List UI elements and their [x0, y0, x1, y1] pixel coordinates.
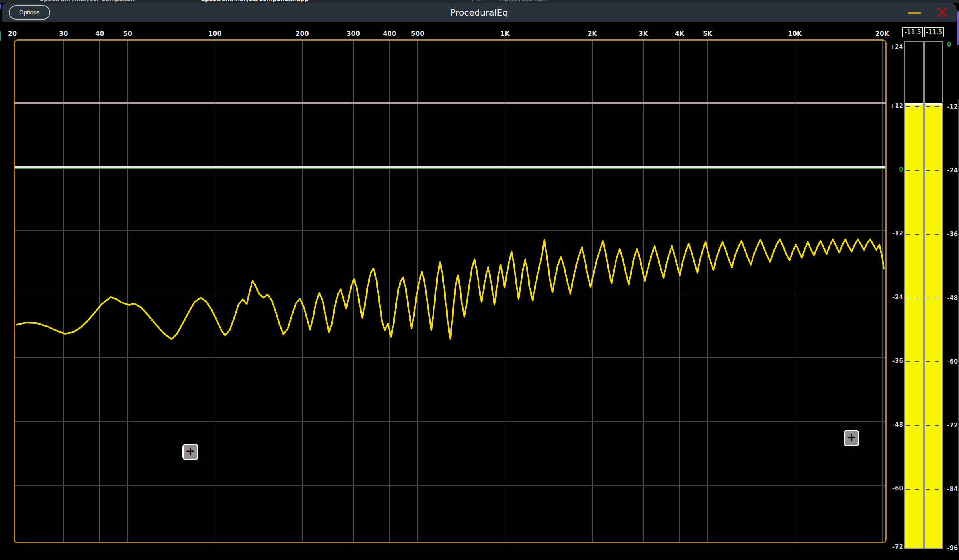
freq-tick-200: 200	[296, 29, 309, 39]
meter-scale--24: -24	[947, 167, 958, 174]
freq-tick-20K: 20K	[875, 29, 889, 39]
meter-tick--36	[926, 234, 942, 235]
options-button[interactable]: Options	[9, 5, 50, 20]
gridline-freq-400	[389, 41, 390, 542]
freq-tick-40: 40	[95, 29, 104, 39]
meter-level-fill	[905, 105, 923, 548]
meter-tick--12	[906, 106, 922, 107]
meter-tick--48	[906, 298, 922, 298]
gridline-db--36	[15, 357, 885, 358]
background-edge-sliver	[0, 4, 1, 9]
add-band-button-2[interactable]: +	[844, 430, 859, 446]
db-scale-plot: +24+120-12-24-36-48-60-72	[888, 3, 903, 560]
meter-scale--96: -96	[947, 544, 958, 552]
meter-readout-right: -11.5	[924, 27, 944, 37]
plot-scale--48: -48	[892, 421, 903, 428]
gridline-freq-1K	[505, 41, 505, 542]
window-title: ProceduralEq	[450, 8, 508, 18]
freq-tick-20: 20	[8, 29, 17, 39]
spectrum-plot-area[interactable]	[14, 39, 887, 543]
background-edge-sliver	[0, 31, 1, 41]
freq-tick-300: 300	[346, 29, 360, 39]
gridline-freq-10K	[795, 41, 795, 542]
meter-tick--72	[906, 425, 922, 426]
close-icon[interactable]	[937, 7, 948, 18]
plot-scale-0: 0	[899, 166, 903, 173]
meter-scale--84: -84	[947, 486, 958, 493]
gridline-db--24	[15, 294, 885, 294]
plot-scale--24: -24	[892, 294, 903, 301]
gridline-db--12	[15, 230, 885, 231]
secondary-response[interactable]	[15, 168, 885, 169]
minimize-icon[interactable]	[908, 12, 921, 14]
meter-scale--12: -12	[947, 103, 958, 110]
meter-tick--60	[926, 361, 942, 362]
level-meter-left	[904, 41, 924, 549]
level-meter-right	[924, 41, 943, 549]
meter-tick--24	[926, 170, 942, 171]
frequency-axis: 203040501002003004005001K2K3K4K5K10K20K	[2, 29, 959, 39]
meter-tick--60	[906, 361, 922, 362]
freq-tick-4K: 4K	[675, 29, 684, 39]
gridline-freq-100	[215, 41, 215, 542]
gridline-freq-40	[99, 41, 100, 542]
plot-scale--12: -12	[892, 230, 903, 237]
freq-tick-30: 30	[59, 29, 68, 39]
meter-peak-cap	[905, 103, 923, 105]
plot-scale--72: -72	[892, 543, 903, 550]
background-window-status: Plugin Focused...	[500, 0, 547, 2]
plot-scale--60: -60	[892, 485, 903, 492]
background-window-controls: + ×	[470, 0, 481, 2]
gridline-freq-20K	[882, 41, 883, 542]
reference-line-plus12[interactable]	[15, 102, 885, 104]
meter-level-fill	[925, 105, 942, 548]
freq-tick-2K: 2K	[587, 29, 597, 39]
meter-tick--48	[926, 298, 942, 298]
gridline-db--48	[15, 421, 885, 422]
add-band-button-1[interactable]: +	[182, 444, 198, 460]
meter-scale-0: 0	[947, 41, 951, 48]
meter-tick--12	[926, 106, 942, 107]
gridline-freq-200	[302, 41, 303, 542]
plot-scale--36: -36	[892, 357, 903, 364]
plot-scale-+24: +24	[890, 43, 903, 51]
background-window-strip: Spectrum Analyzer Componen SpectrumAnaly…	[0, 0, 959, 3]
plot-scale-+12: +12	[890, 102, 903, 110]
gridline-freq-5K	[707, 41, 708, 542]
meter-tick--72	[926, 425, 942, 426]
meter-scale--60: -60	[947, 358, 958, 365]
eq-response-0db[interactable]	[15, 166, 885, 168]
freq-tick-3K: 3K	[638, 29, 648, 39]
freq-tick-50: 50	[123, 29, 132, 39]
freq-tick-100: 100	[208, 29, 221, 39]
plugin-window: Options ProceduralEq 2030405010020030040…	[2, 3, 957, 560]
meter-readout-left: -11.5	[902, 27, 923, 37]
gridline-freq-500	[417, 41, 418, 542]
meter-tick--36	[906, 234, 922, 235]
meter-tick--84	[906, 489, 922, 490]
gridline-freq-300	[353, 41, 354, 542]
gridline-db--60	[15, 485, 885, 486]
freq-tick-10K: 10K	[788, 29, 802, 39]
gridline-freq-3K	[643, 41, 644, 542]
background-window-text: Spectrum Analyzer Componen	[40, 0, 135, 2]
gridline-freq-50	[127, 41, 128, 542]
freq-tick-5K: 5K	[703, 29, 712, 39]
gridline-freq-4K	[679, 41, 680, 542]
gridline-freq-30	[63, 41, 64, 542]
freq-tick-400: 400	[383, 29, 396, 39]
meter-peak-cap	[925, 103, 942, 105]
background-window-tab-title: SpectrumAnalyzerComponent.app	[201, 0, 309, 2]
meter-tick--84	[926, 489, 942, 490]
title-bar[interactable]: Options ProceduralEq	[2, 3, 957, 22]
meter-scale--48: -48	[947, 294, 958, 302]
freq-tick-1K: 1K	[500, 29, 510, 39]
gridline-freq-2K	[592, 41, 593, 542]
db-scale-meter: 0-12-24-36-48-60-72-84-96	[947, 3, 959, 560]
meter-tick--24	[906, 170, 922, 171]
freq-tick-500: 500	[411, 29, 424, 39]
meter-scale--72: -72	[947, 422, 958, 429]
meter-scale--36: -36	[947, 231, 958, 238]
